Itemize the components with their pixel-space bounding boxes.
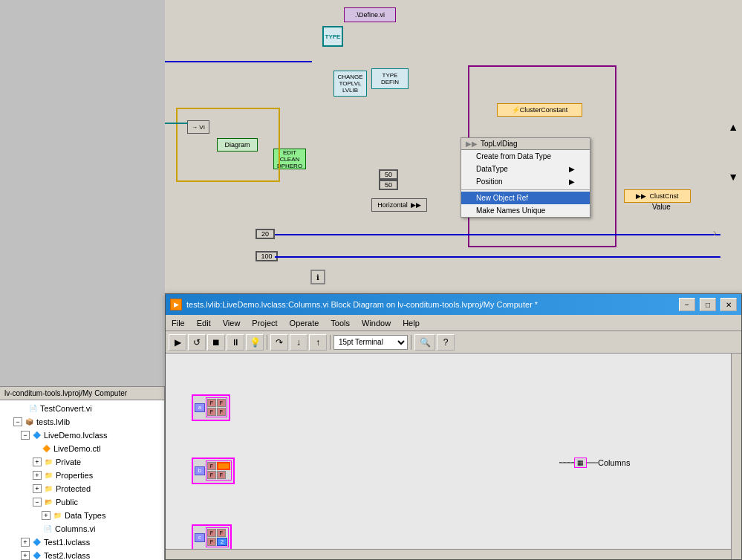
cluster-c-inner[interactable]: F F F 2 — [206, 527, 229, 547]
tree-label-test2-lvclass: Test2.lvclass — [44, 551, 90, 560]
cb-cell-3: F — [217, 471, 226, 479]
class-icon-test1: 🔷 — [30, 536, 42, 548]
expand-livedemo[interactable]: − — [21, 431, 30, 440]
type-node[interactable]: TYPE — [322, 26, 343, 47]
num20[interactable]: 20 — [256, 229, 275, 239]
value-label: Value — [652, 203, 671, 211]
tree-item-livedemo-ctl[interactable]: 🔶 LiveDemo.ctl — [0, 442, 164, 455]
popup-item-create-from-data-type[interactable]: Create from Data Type — [461, 150, 590, 163]
tree-label-data-types: Data Types — [65, 511, 105, 520]
folder-icon-data-types: 📁 — [51, 509, 63, 521]
canvas-scrollbar-h[interactable] — [166, 549, 731, 559]
expand-test1[interactable]: + — [21, 538, 30, 547]
toolbar-sep-1 — [267, 335, 267, 350]
expand-protected[interactable]: + — [33, 484, 42, 493]
menu-view[interactable]: View — [217, 315, 247, 331]
close-button[interactable]: ✕ — [720, 298, 737, 311]
tree-item-testconvert[interactable]: 📄 TestConvert.vi — [0, 402, 164, 415]
tree-item-public[interactable]: − 📂 Public — [0, 495, 164, 509]
tree-item-private[interactable]: + 📁 Private — [0, 455, 164, 469]
columns-terminal: ▦ — [574, 458, 587, 468]
cb-orange-cell — [217, 462, 230, 470]
cc-cell-3: F — [207, 538, 216, 546]
tree-item-protected[interactable]: + 📁 Protected — [0, 482, 164, 495]
top-left-background — [0, 0, 165, 386]
tree-label-test1-lvclass: Test1.lvclass — [44, 538, 90, 547]
scroll-down-indicator: ▼ — [728, 171, 738, 183]
menu-help[interactable]: Help — [397, 315, 426, 331]
tree-item-livedemo-lvclass[interactable]: − 🔷 LiveDemo.lvclass — [0, 429, 164, 442]
tree-content: 📄 TestConvert.vi − 📦 tests.lvlib − 🔷 Liv… — [0, 400, 164, 560]
cluster-b-inner[interactable]: F F F — [206, 460, 232, 481]
num50-bottom[interactable]: 50 — [379, 180, 398, 190]
menu-project[interactable]: Project — [246, 315, 283, 331]
menu-window[interactable]: Window — [356, 315, 397, 331]
font-selector[interactable]: 15pt Terminal — [333, 335, 408, 350]
menu-edit[interactable]: Edit — [191, 315, 217, 331]
cluster-a-container: a F F F F — [192, 394, 230, 421]
num50-top[interactable]: 50 — [379, 169, 398, 180]
minimize-button[interactable]: − — [679, 298, 695, 311]
toolbar-run-continuously-btn[interactable]: ↺ — [188, 334, 206, 351]
canvas-scrollbar-v[interactable] — [731, 354, 741, 559]
folder-icon-public: 📂 — [42, 496, 54, 508]
maximize-button[interactable]: □ — [700, 298, 716, 311]
toolbar-highlight-btn[interactable]: 💡 — [246, 334, 264, 351]
tree-item-properties[interactable]: + 📁 Properties — [0, 469, 164, 482]
toolbar-run-btn[interactable]: ▶ — [169, 334, 186, 351]
diagram-canvas[interactable]: a F F F F — [166, 354, 741, 559]
vi-icon-columns: 📄 — [42, 523, 53, 535]
class-icon-test2: 🔷 — [30, 550, 42, 560]
cluster-b-outer[interactable]: b F F F — [192, 458, 235, 484]
tree-item-test2-lvclass[interactable]: + 🔷 Test2.lvclass — [0, 549, 164, 560]
menu-operate[interactable]: Operate — [284, 315, 325, 331]
expand-tests-lvlib[interactable]: − — [13, 417, 22, 426]
define-vi-node[interactable]: .\Define.vi — [344, 7, 396, 22]
info-node[interactable]: ℹ — [310, 270, 325, 284]
ca-cell-2: F — [217, 399, 226, 407]
menu-tools[interactable]: Tools — [325, 315, 356, 331]
clustcnst-node[interactable]: ▶▶ ClustCnst — [624, 189, 691, 203]
toolbar-abort-btn[interactable]: ⏹ — [207, 334, 225, 351]
popup-menu[interactable]: ▶▶ TopLvlDiag Create from Data Type Data… — [461, 137, 590, 218]
project-tree-panel: lv-conditum-tools.lvproj/My Computer 📄 T… — [0, 386, 165, 560]
popup-item-datatype[interactable]: DataType ▶ — [461, 163, 590, 175]
ca-cell-3: F — [207, 408, 216, 416]
toolbar-step-out-btn[interactable]: ↑ — [309, 334, 327, 351]
toolbar-step-into-btn[interactable]: ↓ — [290, 334, 307, 351]
tree-label-columns-vi: Columns.vi — [55, 524, 95, 533]
toolbar: ▶ ↺ ⏹ ⏸ 💡 ↷ ↓ ↑ 15pt Terminal 🔍 ? — [166, 331, 741, 354]
tree-item-data-types[interactable]: + 📁 Data Types — [0, 509, 164, 522]
expand-public[interactable]: − — [33, 498, 42, 507]
popup-item-position[interactable]: Position ▶ — [461, 175, 590, 188]
popup-item-new-object-ref[interactable]: New Object Ref — [461, 192, 590, 204]
folder-icon-properties: 📁 — [42, 469, 54, 481]
expand-test2[interactable]: + — [21, 551, 30, 560]
wire-teal-1 — [162, 123, 188, 124]
change-toplvl-node[interactable]: CHANGETOPLVLLVLIB — [333, 71, 367, 97]
tree-item-columns-vi[interactable]: 📄 Columns.vi — [0, 522, 164, 535]
tree-item-tests-lvlib[interactable]: − 📦 tests.lvlib — [0, 415, 164, 429]
cluster-a-inner[interactable]: F F F F — [206, 397, 227, 417]
toolbar-help-btn[interactable]: ? — [437, 334, 455, 351]
popup-item-make-names-unique[interactable]: Make Names Unique — [461, 204, 590, 217]
tree-item-test1-lvclass[interactable]: + 🔷 Test1.lvclass — [0, 535, 164, 549]
tree-label-tests-lvlib: tests.lvlib — [36, 417, 70, 426]
cb-cell-2: F — [207, 471, 216, 479]
menu-file[interactable]: File — [166, 315, 191, 331]
cluster-a-outer[interactable]: a F F F F — [192, 394, 230, 421]
cc-cell-4: 2 — [217, 538, 227, 546]
expand-private[interactable]: + — [33, 458, 42, 466]
toolbar-pause-btn[interactable]: ⏸ — [227, 334, 244, 351]
toolbar-search-btn[interactable]: 🔍 — [414, 334, 435, 351]
type-defin-node[interactable]: TYPEDEFIN — [371, 68, 409, 89]
columns-output-box: ▦ Columns — [559, 458, 630, 468]
title-bar: ▶ tests.lvlib:LiveDemo.lvclass:Columns.v… — [166, 294, 741, 315]
ca-cell-1: F — [207, 399, 216, 407]
cluster-c-outer[interactable]: c F F F 2 — [192, 524, 232, 551]
tree-label-private: Private — [56, 458, 81, 466]
expand-data-types[interactable]: + — [42, 511, 51, 520]
horizontal-node[interactable]: Horizontal ▶▶ — [371, 198, 427, 212]
toolbar-step-over-btn[interactable]: ↷ — [270, 334, 288, 351]
expand-properties[interactable]: + — [33, 471, 42, 480]
